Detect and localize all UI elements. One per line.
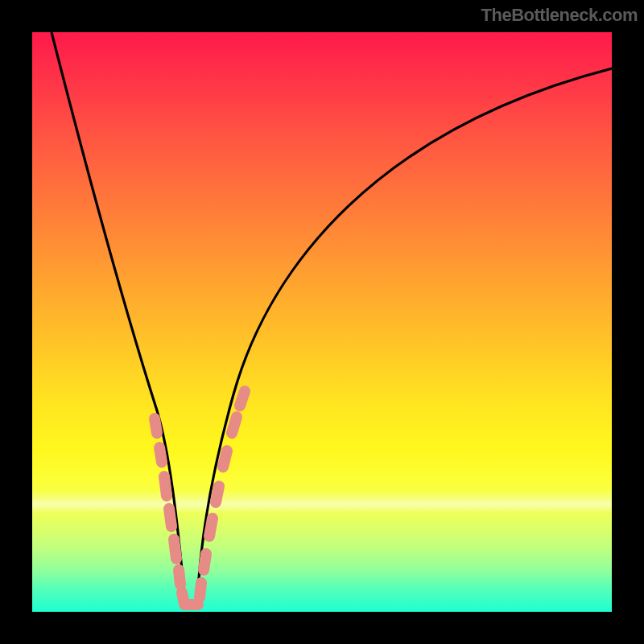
svg-line-8 — [200, 583, 201, 597]
svg-line-13 — [232, 417, 237, 433]
svg-line-9 — [204, 554, 206, 570]
svg-line-11 — [216, 486, 219, 502]
bottleneck-curve — [32, 32, 612, 612]
highlight-dots-left — [155, 419, 184, 605]
svg-line-10 — [209, 518, 213, 536]
svg-line-4 — [174, 539, 176, 559]
svg-line-1 — [159, 448, 162, 462]
svg-line-3 — [169, 509, 171, 526]
chart-plot-area — [32, 32, 612, 612]
svg-line-14 — [240, 391, 245, 406]
watermark-text: TheBottleneck.com — [481, 5, 638, 26]
svg-line-12 — [223, 451, 227, 467]
svg-line-0 — [155, 419, 157, 433]
main-curve-path — [52, 32, 612, 604]
highlight-dots-right — [200, 391, 245, 597]
svg-line-2 — [164, 477, 167, 496]
svg-line-5 — [179, 570, 180, 584]
